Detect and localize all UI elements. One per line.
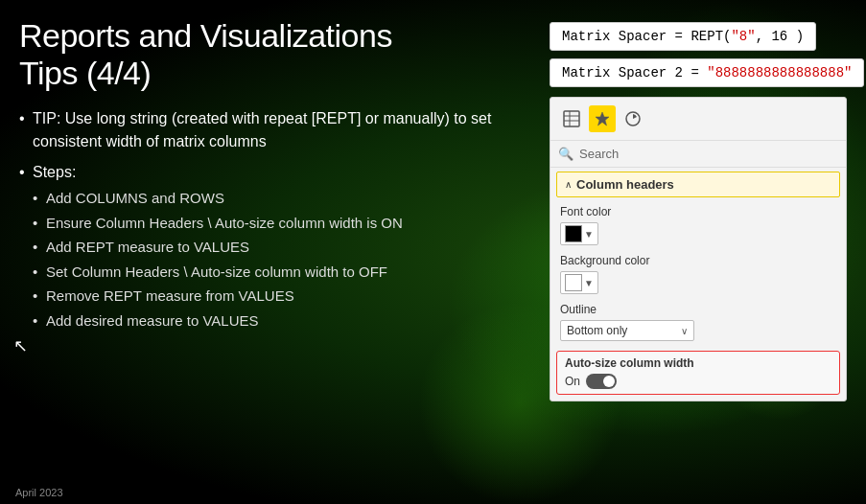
font-color-row: Font color ▼ bbox=[550, 201, 846, 250]
step-4: Set Column Headers \ Auto-size column wi… bbox=[33, 262, 530, 284]
analytics-icon-btn[interactable] bbox=[620, 105, 646, 132]
formula1-str: "8" bbox=[731, 29, 755, 44]
column-headers-section[interactable]: ∧ Column headers bbox=[556, 172, 840, 197]
formula1-prefix: Matrix Spacer = REPT( bbox=[562, 29, 731, 44]
steps-bullet: Steps: Add COLUMNS and ROWS Ensure Colum… bbox=[19, 161, 530, 332]
toggle-label: On bbox=[565, 375, 580, 388]
pbi-panel: 🔍 Search ∧ Column headers Font color ▼ B… bbox=[550, 97, 847, 401]
main-bullets: TIP: Use long string (created with repea… bbox=[19, 107, 530, 332]
bg-color-arrow: ▼ bbox=[584, 278, 594, 288]
font-color-arrow: ▼ bbox=[584, 229, 594, 240]
bg-color-button[interactable]: ▼ bbox=[560, 271, 598, 294]
search-icon: 🔍 bbox=[558, 147, 573, 161]
search-label: Search bbox=[579, 147, 619, 161]
outline-row: Outline Bottom only ∨ bbox=[550, 299, 846, 345]
toggle-thumb bbox=[603, 376, 615, 387]
step-1: Add COLUMNS and ROWS bbox=[33, 188, 530, 210]
step-2: Ensure Column Headers \ Auto-size column… bbox=[33, 213, 530, 235]
tip-bullet: TIP: Use long string (created with repea… bbox=[19, 107, 530, 153]
autosize-toggle[interactable] bbox=[586, 374, 617, 389]
table-icon-btn[interactable] bbox=[558, 105, 585, 132]
font-color-button[interactable]: ▼ bbox=[560, 222, 598, 245]
main-content: Reports and Visualizations Tips (4/4) TI… bbox=[0, 0, 866, 504]
formula2-str: "8888888888888888" bbox=[707, 65, 852, 80]
right-panel: Matrix Spacer = REPT("8", 16 ) Matrix Sp… bbox=[550, 17, 847, 494]
pbi-search-bar[interactable]: 🔍 Search bbox=[550, 141, 846, 168]
outline-dropdown[interactable]: Bottom only ∨ bbox=[560, 320, 694, 341]
left-panel: Reports and Visualizations Tips (4/4) TI… bbox=[19, 17, 530, 494]
section-label: Column headers bbox=[576, 177, 674, 192]
bg-color-swatch bbox=[565, 274, 582, 291]
bg-color-row: Background color ▼ bbox=[550, 250, 846, 299]
font-color-label: Font color bbox=[560, 205, 836, 218]
outline-label: Outline bbox=[560, 303, 836, 316]
bg-color-label: Background color bbox=[560, 254, 836, 267]
autosize-label: Auto-size column width bbox=[565, 356, 831, 370]
formula1-suffix: , 16 ) bbox=[756, 29, 804, 44]
step-5: Remove REPT measure from VALUES bbox=[33, 286, 530, 308]
step-3: Add REPT measure to VALUES bbox=[33, 237, 530, 259]
formula2-prefix: Matrix Spacer 2 = bbox=[562, 65, 707, 80]
pbi-toolbar bbox=[550, 105, 846, 141]
steps-list: Add COLUMNS and ROWS Ensure Column Heade… bbox=[33, 188, 530, 332]
formula-box-2: Matrix Spacer 2 = "8888888888888888" bbox=[550, 58, 864, 87]
mouse-cursor: ↖ bbox=[13, 335, 28, 356]
toggle-row: On bbox=[565, 374, 831, 389]
outline-dropdown-arrow: ∨ bbox=[681, 326, 688, 336]
font-color-swatch bbox=[565, 225, 582, 242]
toggle-track bbox=[586, 374, 617, 389]
svg-rect-0 bbox=[564, 111, 579, 126]
outline-value: Bottom only bbox=[567, 324, 627, 337]
formula-box-1: Matrix Spacer = REPT("8", 16 ) bbox=[550, 22, 816, 51]
step-6: Add desired measure to VALUES bbox=[33, 310, 530, 332]
page-title: Reports and Visualizations Tips (4/4) bbox=[19, 17, 530, 92]
autosize-section: Auto-size column width On bbox=[556, 351, 840, 395]
section-chevron: ∧ bbox=[565, 179, 572, 190]
format-icon-btn[interactable] bbox=[589, 105, 616, 132]
